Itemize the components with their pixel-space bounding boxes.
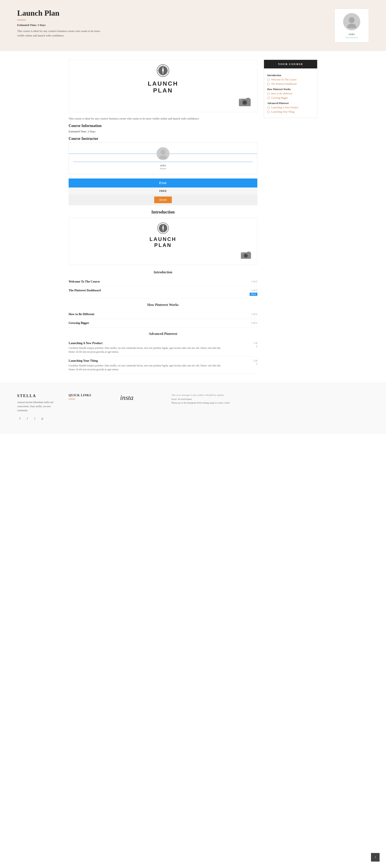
svg-point-7 [162,70,164,71]
introduction-section-title: Introduction [69,210,257,215]
camera-icon-top [238,96,253,107]
sidebar-link-different[interactable]: How to Be Different [267,92,314,95]
svg-text:W: W [157,70,158,71]
sidebar-section-advanced: Advanced Pinterest [267,102,314,105]
instructor-underline [345,37,358,38]
footer-brand-text: Aenean lacinia bibendum nulla sed consec… [17,400,60,413]
hero-content: Launch Plan Estimated Time: 2 Days This … [17,8,146,38]
hero-estimated: Estimated Time: 2 Days [17,23,146,27]
hero-section: Launch Plan Estimated Time: 2 Days This … [0,0,386,51]
svg-rect-29 [242,253,243,254]
svg-rect-28 [247,252,250,253]
instructor-name-text: anika [73,164,253,167]
hero-instructor-card: anika [334,8,369,42]
sidebar-section-introduction: Introduction [267,74,314,77]
svg-text:S: S [163,75,163,76]
svg-rect-15 [247,98,250,99]
sidebar-content: Introduction Welcome To The Course The P… [264,68,317,118]
lesson-meta-6: 2 of 2 [252,359,257,366]
footer-brand-title: STELLA [17,394,60,398]
course-preview-card-2: LAUNCH PLAN [69,218,257,265]
footer-insta-column: insta [120,394,163,421]
svg-text:N: N [163,65,164,66]
sidebar-link-your-thing[interactable]: Launching Your Thing [267,110,314,114]
svg-rect-16 [239,99,241,100]
sidebar-link-dashboard[interactable]: The Pinterest Dashboard [267,82,314,86]
footer: STELLA Aenean lacinia bibendum nulla sed… [0,383,386,434]
footer-social: f t i p [17,416,60,421]
footer-quick-links: QUICK LINKS [69,394,111,421]
enroll-btn-wrap: Enroll [69,194,257,205]
price-box: Free FREE Enroll [69,179,257,205]
course-card-title-2: LAUNCH PLAN [73,236,253,248]
compass-icon-2 [157,222,169,234]
svg-point-24 [162,228,164,229]
svg-point-0 [349,17,355,23]
course-card-title: LAUNCH PLAN [73,80,253,94]
course-instructor-heading: Course Instructor [69,136,257,141]
instagram-icon[interactable]: i [32,416,37,421]
footer-grid: STELLA Aenean lacinia bibendum nulla sed… [17,394,369,421]
sidebar-link-welcome[interactable]: Welcome To The Course [267,78,314,81]
table-row: Launching A New Product Curabitur blandi… [69,339,257,356]
svg-point-18 [159,155,167,159]
lesson-groups: Introduction Welcome To The Course 1 of … [69,270,257,374]
facebook-icon[interactable]: f [17,416,23,421]
main-wrapper: N S W E LAUNCH PLAN Th [64,51,322,383]
circle-icon-different [267,92,270,95]
footer-error-title-text: Error: No feed found. [171,397,369,401]
lesson-title-how-different: How to Be Different [69,313,94,316]
lesson-meta-5: 1 of 2 [252,342,257,348]
circle-icon-your-thing [267,111,270,113]
main-column: N S W E LAUNCH PLAN Th [69,60,257,374]
enroll-button[interactable]: Enroll [154,196,171,203]
footer-error-message: Please go to the Instagram Feed settings… [171,401,369,405]
lesson-title-launching-thing: Launching Your Thing Curabitur blandit t… [69,359,252,371]
footer-col-underline [69,399,75,399]
course-information-heading: Course Information [69,124,257,128]
svg-text:E: E [168,70,168,71]
sidebar-link-new-product[interactable]: Launching A New Product [267,106,314,109]
course-estimated-time: Estimated Time: 2 Days [69,130,257,133]
twitter-icon[interactable]: t [25,416,30,421]
course-info-description: This course is ideal for any creative bu… [69,117,257,121]
instructor-name: anika [349,32,355,36]
table-row: Growing Bigger 2 of 2 [69,319,257,328]
lesson-group-title-how-pinterest: How Pinterest Works [69,303,257,307]
lesson-title-launching-product: Launching A New Product Curabitur blandi… [69,342,252,354]
lesson-meta-4: 2 of 2 [251,321,257,324]
lesson-meta-1: 1 of 2 [251,280,257,283]
circle-icon-dashboard [267,83,270,85]
instructor-section: anika Author [69,143,257,174]
lesson-meta-3: 1 of 2 [251,313,257,316]
lesson-group-title-advanced: Advanced Pinterest [69,332,257,336]
price-free-label: FREE [69,187,257,194]
table-row: Launching Your Thing Curabitur blandit t… [69,356,257,374]
compass-icon-top: N S W E [157,64,169,77]
instructor-role: Author [73,167,253,170]
hero-title: Launch Plan [17,8,146,18]
circle-icon-growing [267,97,270,99]
svg-point-1 [347,24,356,28]
sidebar-header: YOUR COURSE [264,60,317,68]
lesson-group-introduction: Introduction Welcome To The Course 1 of … [69,270,257,299]
svg-point-17 [160,150,165,154]
sidebar-section-how-pinterest: How Pinterest Works [267,88,314,91]
table-row: Welcome To The Course 1 of 2 [69,277,257,286]
pinterest-icon[interactable]: p [40,416,45,421]
free-badge: FREE [250,292,257,296]
lesson-group-how-pinterest: How Pinterest Works How to Be Different … [69,303,257,328]
hero-description: This course is ideal for any creative bu… [17,29,107,38]
sidebar-link-growing[interactable]: Growing Bigger [267,96,314,99]
lesson-title-welcome: Welcome To The Course [69,280,100,283]
lesson-group-title-introduction: Introduction [69,270,257,274]
lesson-group-advanced: Advanced Pinterest Launching A New Produ… [69,332,257,374]
hero-divider [17,20,26,20]
lesson-title-growing-bigger: Growing Bigger [69,321,89,325]
instructor-avatar [157,147,169,160]
avatar [343,13,360,30]
sidebar: YOUR COURSE Introduction Welcome To The … [264,60,317,374]
table-row: How to Be Different 1 of 2 [69,310,257,319]
instructor-line-bottom [73,162,253,162]
camera-icon-2 [240,250,253,259]
